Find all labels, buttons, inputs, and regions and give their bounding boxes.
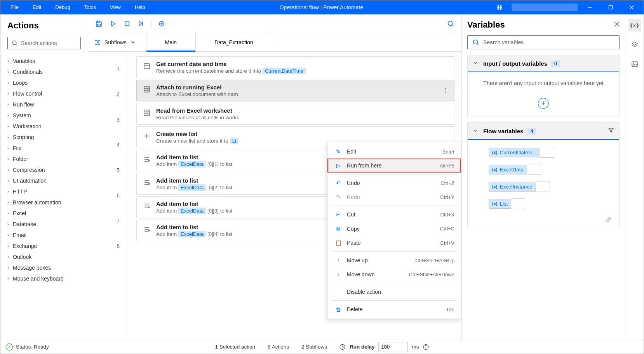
action-category[interactable]: ›Mouse and keyboard [3, 273, 85, 284]
step-icon [142, 225, 151, 234]
line-number: 1 [88, 56, 127, 82]
flow-step[interactable]: Get current date and timeRetrieve the cu… [136, 56, 454, 78]
step-description: Read the values of all cells in works [156, 115, 449, 120]
filter-icon[interactable] [608, 127, 614, 134]
action-category[interactable]: ›Exchange [3, 241, 85, 251]
line-number: 3 [88, 107, 127, 132]
paste-icon: 📋 [334, 240, 343, 246]
editor-panel: Subflows Main Data_Extraction 12345678 G… [88, 14, 462, 340]
line-number: 4 [88, 132, 127, 157]
action-category[interactable]: ›System [3, 110, 85, 121]
action-category[interactable]: ›Variables [3, 56, 85, 66]
chevron-right-icon: › [7, 200, 9, 205]
action-category[interactable]: ›Message boxes [3, 262, 85, 273]
record-button[interactable] [155, 17, 169, 31]
flow-step[interactable]: Attach to running ExcelAttach to Excel d… [136, 80, 454, 101]
action-category[interactable]: ›Folder [3, 153, 85, 164]
variable-chip[interactable]: (x)ExcelInstance [483, 178, 619, 195]
chevron-right-icon: › [7, 265, 9, 270]
action-category[interactable]: ›Compression [3, 164, 85, 175]
step-icon [142, 131, 151, 141]
subflows-dropdown[interactable]: Subflows [88, 33, 146, 51]
action-category[interactable]: ›Scripting [3, 132, 85, 143]
context-delete[interactable]: 🗑DeleteDel [327, 302, 461, 316]
flow-variables-section: Flow variables 4 (x)CurrentDateTi...(x)E… [467, 122, 620, 228]
menu-view[interactable]: View [103, 0, 128, 14]
tab-main[interactable]: Main [146, 33, 196, 51]
more-icon[interactable]: ⋮ [442, 87, 449, 94]
toolbar [88, 14, 461, 33]
action-category[interactable]: ›Run flow [3, 99, 85, 110]
step-title: Attach to running Excel [156, 84, 438, 91]
chevron-right-icon: › [7, 254, 9, 260]
line-number: 6 [88, 183, 127, 208]
context-redo: ↷RedoCtrl+Y [327, 190, 461, 204]
close-variables-button[interactable] [614, 21, 620, 28]
action-category[interactable]: ›Browser automation [3, 197, 85, 208]
subflows-count: 2 Subflows [301, 344, 327, 350]
svg-line-8 [16, 44, 17, 45]
flow-variables-header[interactable]: Flow variables 4 [468, 123, 619, 140]
action-category[interactable]: ›HTTP [3, 186, 85, 197]
context-move-down[interactable]: ↓Move downCtrl+Shift+Alt+Down [327, 267, 461, 281]
tab-data-extraction[interactable]: Data_Extraction [196, 33, 272, 51]
tenant-label [512, 3, 578, 11]
context-cut[interactable]: ✂CutCtrl+X [327, 208, 461, 221]
menu-edit[interactable]: Edit [26, 0, 48, 14]
svg-rect-19 [144, 64, 150, 69]
close-button[interactable] [623, 0, 641, 14]
step-icon [142, 108, 151, 117]
menu-help[interactable]: Help [128, 0, 152, 14]
context-paste[interactable]: 📋PasteCtrl+V [327, 236, 461, 250]
globe-icon[interactable] [491, 0, 508, 14]
context-move-up[interactable]: ↑Move upCtrl+Shift+Alt+Up [327, 253, 461, 267]
io-variables-header[interactable]: Input / output variables 0 [468, 55, 619, 72]
step-button[interactable] [134, 17, 148, 31]
context-disable-action[interactable]: Disable action [327, 285, 461, 299]
chevron-right-icon: › [7, 124, 9, 129]
action-category[interactable]: ›Conditionals [3, 66, 85, 77]
search-variables-input[interactable]: Search variables [467, 35, 620, 49]
variable-chip[interactable]: (x)ExcelData [483, 161, 619, 178]
variable-chip[interactable]: (x)List [483, 195, 619, 212]
menu-file[interactable]: File [3, 0, 26, 14]
variable-chip[interactable]: (x)CurrentDateTi... [483, 144, 619, 161]
action-category[interactable]: ›Excel [3, 208, 85, 219]
context-run-from-here[interactable]: ▷Run from hereAlt+F5 [327, 159, 461, 173]
flow-step[interactable]: Read from Excel worksheetRead the values… [136, 103, 454, 125]
variables-rail-button[interactable]: {x} [628, 19, 641, 31]
menu-debug[interactable]: Debug [48, 0, 77, 14]
eraser-icon[interactable] [605, 216, 612, 225]
search-flow-button[interactable] [444, 17, 458, 31]
action-category[interactable]: ›Flow control [3, 88, 85, 99]
line-number: 2 [88, 82, 127, 107]
action-category[interactable]: ›Email [3, 230, 85, 241]
stop-button[interactable] [120, 17, 134, 31]
action-category[interactable]: ›Loops [3, 77, 85, 88]
svg-rect-4 [609, 6, 613, 9]
action-category[interactable]: ›Workstation [3, 121, 85, 132]
images-rail-button[interactable] [628, 58, 641, 70]
run-delay-input[interactable] [378, 342, 408, 352]
window-title: Operational flow | Power Automate [152, 4, 491, 10]
add-variable-button[interactable]: + [538, 98, 549, 109]
maximize-button[interactable] [602, 0, 620, 14]
context-undo[interactable]: ↶UndoCtrl+Z [327, 176, 461, 190]
action-category[interactable]: ›UI automation [3, 175, 85, 186]
action-category[interactable]: ›File [3, 143, 85, 153]
minimize-button[interactable] [581, 0, 599, 14]
play-icon: ▷ [334, 162, 343, 169]
svg-rect-10 [97, 24, 101, 26]
actions-heading: Actions [0, 14, 88, 35]
menu-tools[interactable]: Tools [77, 0, 103, 14]
info-icon[interactable] [423, 344, 429, 350]
search-actions-input[interactable]: Search actions [7, 37, 81, 49]
svg-rect-23 [144, 87, 150, 92]
action-category[interactable]: ›Database [3, 219, 85, 230]
action-category[interactable]: ›Outlook [3, 251, 85, 262]
context-edit[interactable]: ✎EditEnter [327, 145, 461, 159]
run-button[interactable] [106, 17, 120, 31]
layers-rail-button[interactable] [628, 38, 641, 51]
save-button[interactable] [92, 17, 106, 31]
context-copy[interactable]: ⧉CopyCtrl+C [327, 221, 461, 236]
